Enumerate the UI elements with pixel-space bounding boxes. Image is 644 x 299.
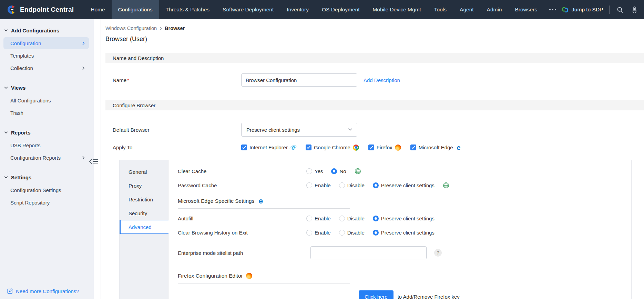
radio-icon (339, 182, 345, 188)
sidebar-header-settings[interactable]: Settings (0, 171, 94, 183)
sidebar-header-views[interactable]: Views (0, 81, 94, 94)
radio-password-cache-disable[interactable]: Disable (339, 182, 365, 188)
tab-general[interactable]: General (120, 165, 168, 179)
sidebar-header-reports[interactable]: Reports (0, 126, 94, 139)
app-title: Endpoint Central (20, 6, 74, 13)
nav-agent[interactable]: Agent (453, 0, 480, 19)
search-icon[interactable] (616, 6, 624, 14)
radio-password-cache-preserve[interactable]: Preserve client settings (373, 182, 435, 188)
need-more-configurations-link[interactable]: Need more Configurations? (7, 288, 79, 294)
click-here-button[interactable]: Click here (359, 290, 393, 299)
sidebar-item-usb-reports[interactable]: USB Reports (3, 139, 89, 151)
sidebar-item-configuration-reports[interactable]: Configuration Reports (3, 152, 89, 163)
sidebar-header-add-configurations[interactable]: Add Configurations (0, 24, 94, 37)
top-navbar: Endpoint Central Home Configurations Thr… (0, 0, 644, 19)
clear-cache-row: Clear Cache Yes No (178, 167, 631, 175)
nav-tools[interactable]: Tools (428, 0, 453, 19)
sidebar-section-reports: Reports USB Reports Configuration Report… (0, 126, 94, 163)
nav-browsers[interactable]: Browsers (509, 0, 544, 19)
checkbox-google-chrome[interactable]: Google Chrome (306, 144, 359, 151)
more-menu-icon[interactable] (544, 0, 562, 19)
breadcrumb-windows-configuration[interactable]: Windows Configuration (105, 26, 157, 31)
sidebar-item-templates[interactable]: Templates (3, 50, 89, 61)
radio-icon (306, 230, 312, 236)
chevron-down-icon (4, 131, 8, 134)
jump-to-sdp-button[interactable]: Jump to SDP (562, 6, 603, 13)
checkbox-microsoft-edge[interactable]: Microsoft Edge e (410, 144, 462, 151)
chevron-right-icon (82, 41, 85, 45)
sidebar-item-configuration[interactable]: Configuration (3, 37, 89, 49)
radio-clear-history-preserve[interactable]: Preserve client settings (373, 230, 435, 236)
nav-home[interactable]: Home (84, 0, 111, 19)
checkbox-firefox[interactable]: Firefox (368, 144, 401, 151)
autofill-row: Autofill Enable Disable Preserve clie (178, 214, 631, 222)
whats-new-rocket-icon[interactable] (630, 6, 638, 14)
clear-browsing-history-radio-group: Enable Disable Preserve client settings (306, 230, 435, 236)
nav-threats-patches[interactable]: Threats & Patches (159, 0, 216, 19)
microsoft-edge-icon: e (257, 198, 264, 204)
sidebar-item-collection[interactable]: Collection (3, 62, 89, 74)
chevron-right-icon (82, 66, 85, 70)
sidebar-item-trash[interactable]: Trash (3, 107, 89, 119)
radio-clear-cache-no[interactable]: No (331, 168, 346, 174)
checkbox-internet-explorer[interactable]: Internet Explorer e (241, 144, 297, 151)
jump-to-sdp-label: Jump to SDP (572, 7, 603, 13)
firefox-icon (246, 272, 253, 279)
clear-browsing-history-row: Clear Browsing History on Exit Enable Di… (178, 228, 631, 237)
click-here-suffix: to Add/Remove Firefox key (398, 294, 460, 299)
sidebar-section-views: Views All Configurations Trash (0, 81, 94, 119)
tab-security[interactable]: Security (120, 206, 168, 220)
add-description-link[interactable]: Add Description (364, 77, 400, 83)
chevron-down-icon (4, 87, 8, 89)
radio-clear-cache-yes[interactable]: Yes (306, 168, 323, 174)
nav-inventory[interactable]: Inventory (280, 0, 315, 19)
divider (105, 48, 644, 48)
radio-autofill-preserve[interactable]: Preserve client settings (373, 216, 435, 221)
default-browser-select[interactable]: Preserve client settings (241, 123, 357, 137)
checked-checkbox-icon (410, 144, 416, 150)
nav-admin[interactable]: Admin (480, 0, 509, 19)
chevron-right-icon (82, 156, 85, 160)
navbar-right: Jump to SDP (562, 0, 644, 19)
clear-cache-radio-group: Yes No (306, 168, 361, 175)
globe-icon (443, 182, 449, 189)
checked-checkbox-icon (306, 144, 311, 150)
edge-specific-settings-heading: Microsoft Edge Specific Settings e (178, 198, 350, 209)
page-title: Browser (User) (105, 36, 644, 43)
sidebar: Add Configurations Configuration Templat… (0, 19, 94, 299)
default-browser-row: Default Browser Preserve client settings (105, 123, 644, 137)
nav-configurations[interactable]: Configurations (112, 0, 159, 19)
tab-advanced[interactable]: Advanced (120, 220, 168, 234)
radio-clear-history-enable[interactable]: Enable (306, 230, 331, 236)
radio-selected-icon (331, 168, 337, 174)
tab-restriction[interactable]: Restriction (120, 192, 168, 206)
sidebar-collapse-icon[interactable] (89, 159, 99, 164)
radio-selected-icon (373, 230, 379, 236)
tab-proxy[interactable]: Proxy (120, 179, 168, 192)
nav-mobile-device-mgmt[interactable]: Mobile Device Mgmt (366, 0, 427, 19)
sidebar-item-configuration-settings[interactable]: Configuration Settings (3, 184, 89, 196)
main-content: Windows Configuration Browser Browser (U… (101, 19, 644, 299)
default-browser-label: Default Browser (113, 127, 241, 133)
radio-password-cache-enable[interactable]: Enable (306, 182, 331, 188)
apply-to-row: Apply To Internet Explorer e Google Chro… (105, 144, 644, 151)
sidebar-item-all-configurations[interactable]: All Configurations (3, 94, 89, 106)
brand[interactable]: Endpoint Central (0, 0, 84, 19)
radio-icon (306, 216, 312, 221)
radio-autofill-disable[interactable]: Disable (339, 216, 365, 221)
name-row: Name* Add Description (105, 73, 644, 87)
radio-autofill-enable[interactable]: Enable (306, 216, 331, 221)
help-icon[interactable]: ? (434, 249, 442, 257)
chevron-down-icon (4, 176, 8, 179)
name-description-section-header: Name and Description (105, 53, 644, 63)
radio-icon (339, 216, 345, 221)
password-cache-row: Password Cache Enable Disable Preserv (178, 181, 631, 189)
radio-clear-history-disable[interactable]: Disable (339, 230, 365, 236)
internet-explorer-icon: e (290, 144, 297, 151)
configuration-name-input[interactable] (241, 73, 357, 87)
nav-software-deployment[interactable]: Software Deployment (216, 0, 280, 19)
password-cache-radio-group: Enable Disable Preserve client settings (306, 182, 449, 189)
nav-os-deployment[interactable]: OS Deployment (315, 0, 366, 19)
sidebar-item-script-repository[interactable]: Script Repository (3, 197, 89, 208)
enterprise-sitelist-input[interactable] (310, 246, 427, 259)
